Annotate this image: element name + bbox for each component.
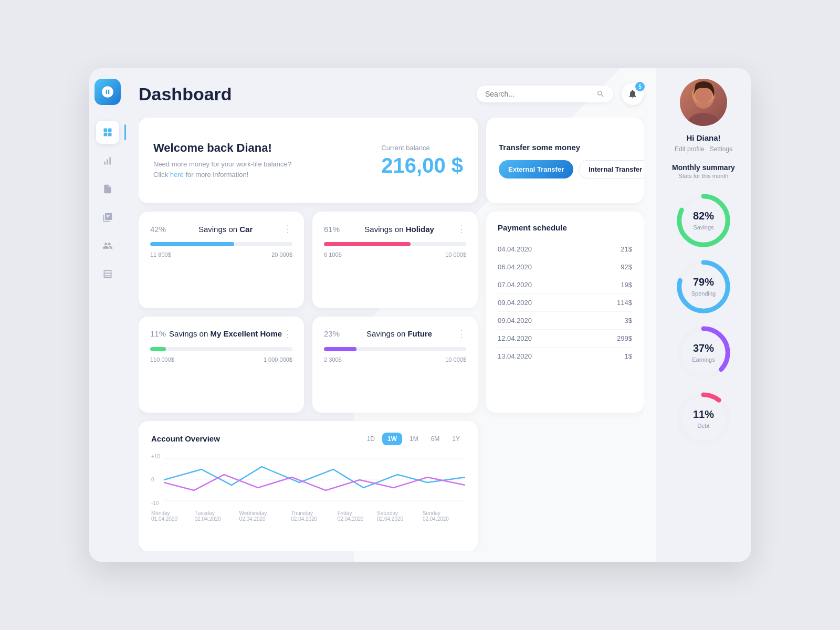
chart-svg: [151, 454, 465, 506]
savings-percent-future: 23%: [324, 329, 340, 338]
progress-fill-holiday: [324, 242, 411, 246]
time-filters: 1D 1W 1M 6M 1Y: [362, 433, 465, 445]
progress-fill-future: [324, 347, 356, 351]
transfer-title: Transfer some money: [499, 143, 580, 152]
monthly-title: Monthly summary: [662, 163, 746, 172]
transfer-card: Transfer some money External Transfer In…: [486, 118, 644, 203]
app-logo[interactable]: [94, 79, 121, 105]
progress-labels-car: 11 800$ 20 000$: [150, 251, 292, 258]
savings-card-home: 11% Savings on My Excellent Home ⋮ 110 0…: [139, 317, 304, 413]
monthly-subtitle: Stats for this month: [662, 173, 746, 179]
header: Dashboard 5: [139, 83, 644, 105]
content-grid: Welcome back Diana! Need more money for …: [139, 118, 644, 551]
payment-row: 13.04.20201$: [498, 348, 632, 365]
progress-bg-holiday: [324, 242, 466, 246]
payment-row: 09.04.2020114$: [498, 294, 632, 312]
progress-target-future: 10 000$: [445, 356, 466, 363]
balance-label: Current balance: [381, 144, 463, 152]
search-bar[interactable]: [477, 86, 613, 102]
savings-menu-holiday[interactable]: ⋮: [457, 223, 466, 235]
overview-title: Account Overview: [151, 434, 220, 443]
svg-point-13: [695, 87, 712, 104]
settings-link[interactable]: Settings: [710, 145, 732, 153]
internal-transfer-button[interactable]: Internal Transfer: [579, 160, 644, 178]
search-input[interactable]: [485, 90, 592, 98]
sidebar-item-users[interactable]: [96, 234, 119, 257]
monthly-summary: Monthly summary Stats for this month: [662, 163, 746, 179]
filter-6m[interactable]: 6M: [426, 433, 445, 445]
welcome-text: Welcome back Diana! Need more money for …: [153, 141, 291, 180]
savings-card-car: 42% Savings on Car ⋮ 11 800$ 20 000$: [139, 212, 304, 308]
welcome-title: Welcome back Diana!: [153, 141, 291, 155]
svg-rect-3: [108, 133, 112, 136]
savings-card-holiday: 61% Savings on Holiday ⋮ 6 100$ 10 000$: [312, 212, 478, 308]
svg-point-11: [688, 113, 719, 126]
welcome-link[interactable]: here: [170, 171, 184, 178]
welcome-subtitle: Need more money for your work-life balan…: [153, 159, 291, 180]
welcome-card: Welcome back Diana! Need more money for …: [139, 118, 478, 203]
payment-row: 07.04.202019$: [498, 276, 632, 294]
sidebar-item-analytics[interactable]: [96, 149, 119, 172]
sidebar-item-documents[interactable]: [96, 177, 119, 201]
right-panel: Hi Diana! Edit profile Settings Monthly …: [656, 68, 751, 562]
external-transfer-button[interactable]: External Transfer: [499, 160, 573, 178]
notification-button[interactable]: 5: [622, 83, 644, 105]
bell-icon: [627, 89, 638, 99]
stat-debt: 11% Debt: [675, 390, 732, 448]
balance-amount: 216,00 $: [381, 154, 463, 177]
svg-rect-6: [109, 157, 111, 164]
savings-percent-holiday: 61%: [324, 225, 340, 234]
progress-target-car: 20 000$: [271, 251, 292, 258]
progress-fill-home: [150, 347, 166, 351]
payment-row: 06.04.202092$: [498, 258, 632, 276]
savings-percent-home: 11%: [150, 329, 166, 338]
search-icon: [596, 90, 605, 98]
svg-rect-5: [107, 160, 108, 165]
savings-card-future: 23% Savings on Future ⋮ 2 300$ 10 000$: [312, 317, 478, 413]
payment-row: 12.04.2020299$: [498, 330, 632, 348]
savings-percent-car: 42%: [150, 225, 166, 234]
progress-bg-car: [150, 242, 292, 246]
filter-1d[interactable]: 1D: [362, 433, 380, 445]
avatar-image: [680, 79, 727, 126]
progress-target-home: 1 000 000$: [264, 356, 292, 363]
spacer: [486, 421, 644, 551]
savings-menu-home[interactable]: ⋮: [283, 328, 292, 340]
sidebar-item-home[interactable]: [96, 121, 119, 144]
savings-name-future: Savings on Future: [364, 329, 432, 338]
progress-fill-car: [150, 242, 234, 246]
filter-1m[interactable]: 1M: [404, 433, 424, 445]
progress-labels-future: 2 300$ 10 000$: [324, 356, 466, 363]
savings-menu-car[interactable]: ⋮: [283, 223, 292, 235]
profile-links: Edit profile Settings: [675, 145, 732, 153]
page-title: Dashboard: [139, 84, 232, 104]
svg-rect-0: [104, 129, 108, 132]
filter-1y[interactable]: 1Y: [447, 433, 465, 445]
savings-menu-future[interactable]: ⋮: [457, 328, 466, 340]
progress-current-holiday: 6 100$: [324, 251, 342, 258]
stat-earnings: 37% Earnings: [675, 324, 732, 382]
chart-x-labels: Monday 01.04.2020 Tuesday 02.04.2020 Wed…: [151, 510, 465, 522]
progress-labels-home: 110 000$ 1 000 000$: [150, 356, 292, 363]
header-right: 5: [477, 83, 644, 105]
sidebar-item-table[interactable]: [96, 262, 119, 286]
svg-rect-1: [108, 129, 112, 132]
progress-labels-holiday: 6 100$ 10 000$: [324, 251, 466, 258]
stat-spending: 79% Spending: [675, 258, 732, 316]
filter-1w[interactable]: 1W: [382, 433, 402, 445]
avatar: [680, 79, 727, 126]
progress-current-future: 2 300$: [324, 356, 342, 363]
payment-row: 04.04.202021$: [498, 240, 632, 258]
user-greeting: Hi Diana!: [686, 133, 720, 142]
sidebar-item-reports[interactable]: [96, 206, 119, 229]
payment-schedule: Payment schedule 04.04.202021$ 06.04.202…: [486, 212, 644, 413]
transfer-buttons: External Transfer Internal Transfer: [499, 160, 644, 178]
savings-name-home: Savings on My Excellent Home: [167, 329, 282, 338]
payment-row: 09.04.20203$: [498, 312, 632, 330]
main-content: Dashboard 5 Welcome back Diana! Nee: [126, 68, 656, 562]
edit-profile-link[interactable]: Edit profile: [675, 145, 705, 153]
account-overview: Account Overview 1D 1W 1M 6M 1Y +10 0 -1…: [139, 421, 478, 551]
notification-badge: 5: [635, 82, 645, 91]
savings-name-car: Savings on Car: [196, 225, 253, 234]
y-axis-labels: +10 0 -10: [151, 454, 160, 506]
